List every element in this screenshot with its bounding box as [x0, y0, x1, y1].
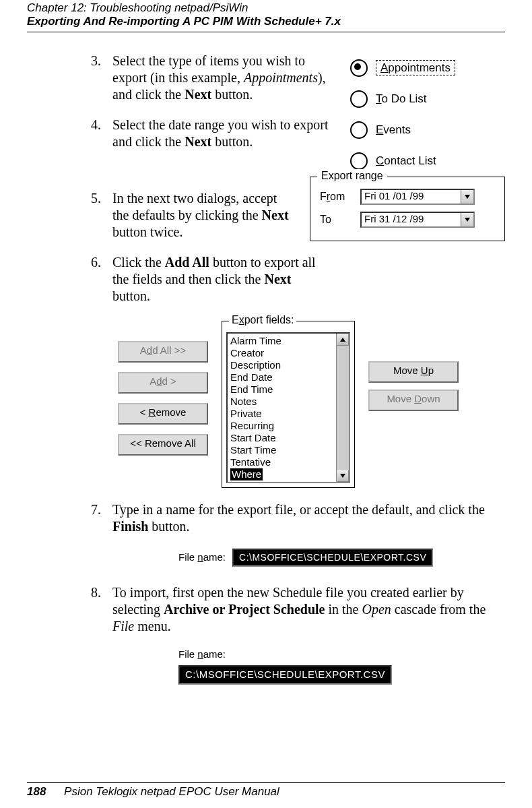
filename-label: File name:	[178, 648, 505, 661]
export-type-radiolist: Appointments To Do List Events Contact L…	[350, 53, 505, 177]
list-item[interactable]: Notes	[230, 396, 349, 408]
right-button-column: Move Up Move Down	[368, 321, 459, 488]
page-number: 188	[27, 785, 46, 798]
radio-dot-icon	[350, 90, 368, 108]
step-number: 4.	[91, 117, 112, 150]
list-item[interactable]: Start Time	[230, 444, 349, 456]
filename-input[interactable]: C:\MSOFFICE\SCHEDULE\EXPORT.CSV	[232, 549, 433, 567]
radio-events[interactable]: Events	[350, 115, 505, 146]
radio-label: Appointments	[376, 60, 455, 75]
radio-dot-icon	[350, 152, 368, 170]
step-number: 5.	[91, 190, 112, 241]
running-head: Chapter 12: Troubleshooting netpad/PsiWi…	[27, 0, 505, 32]
step-3: 3. Select the type of items you wish to …	[91, 53, 342, 103]
to-label: To	[320, 213, 356, 226]
scroll-down-icon[interactable]	[337, 470, 349, 482]
export-range-fieldset: Export range From Fri 01 /01 /99 To Fri …	[310, 177, 505, 241]
footer-text: Psion Teklogix netpad EPOC User Manual	[64, 785, 279, 798]
radio-label: To Do List	[376, 92, 427, 106]
step-7: 7. Type in a name for the export file, o…	[91, 501, 505, 535]
left-button-column: Add All >> Add > < Remove << Remove All	[118, 321, 208, 488]
scroll-up-icon[interactable]	[337, 334, 349, 346]
step-text: Select the type of items you wish to exp…	[112, 53, 342, 103]
remove-all-button[interactable]: << Remove All	[118, 434, 208, 456]
step-text: Type in a name for the export file, or a…	[112, 501, 505, 535]
step-4: 4. Select the date range you wish to exp…	[91, 117, 342, 150]
radio-label: Events	[376, 123, 411, 137]
list-item[interactable]: End Time	[230, 383, 349, 396]
step-text: To import, first open the new Schedule f…	[112, 584, 505, 635]
from-date-input[interactable]: Fri 01 /01 /99	[360, 189, 475, 205]
list-item[interactable]: Creator	[230, 347, 349, 359]
dropdown-arrow-icon[interactable]	[461, 190, 473, 204]
list-item[interactable]: Private	[230, 408, 349, 420]
export-range-to-row: To Fri 31 /12 /99	[320, 208, 495, 231]
listbox-items: Alarm Time Creator Description End Date …	[228, 334, 349, 480]
export-fields-figure: Add All >> Add > < Remove << Remove All …	[118, 321, 505, 488]
move-up-button[interactable]: Move Up	[368, 361, 459, 383]
step-number: 3.	[91, 53, 112, 103]
radio-todo[interactable]: To Do List	[350, 84, 505, 115]
export-range-legend: Export range	[317, 169, 387, 183]
export-fields-fieldset: Export fields: Alarm Time Creator Descri…	[222, 321, 355, 488]
step-6: 6. Click the Add All button to export al…	[91, 254, 505, 305]
list-item[interactable]: Tentative	[230, 456, 349, 468]
list-item[interactable]: Start Date	[230, 432, 349, 444]
step-5: 5. In the next two dialogs, accept the d…	[91, 190, 296, 241]
step-8: 8. To import, first open the new Schedul…	[91, 584, 505, 635]
running-head-line2: Exporting And Re-importing A PC PIM With…	[27, 15, 505, 28]
page-footer: 188 Psion Teklogix netpad EPOC User Manu…	[27, 782, 505, 799]
list-item[interactable]: Where	[230, 468, 349, 480]
export-fields-listbox[interactable]: Alarm Time Creator Description End Date …	[226, 332, 350, 483]
step-number: 8.	[91, 584, 112, 635]
export-range-from-row: From Fri 01 /01 /99	[320, 185, 495, 208]
to-date-input[interactable]: Fri 31 /12 /99	[360, 212, 475, 228]
add-all-button[interactable]: Add All >>	[118, 341, 208, 363]
filename-input[interactable]: C:\MSOFFICE\SCHEDULE\EXPORT.CSV	[178, 665, 392, 685]
remove-button[interactable]: < Remove	[118, 403, 208, 425]
filename-label: File name:	[178, 551, 226, 564]
add-button[interactable]: Add >	[118, 372, 208, 394]
filename-figure-2: File name: C:\MSOFFICE\SCHEDULE\EXPORT.C…	[178, 648, 505, 685]
scrollbar[interactable]	[336, 334, 349, 482]
list-item[interactable]: Alarm Time	[230, 335, 349, 347]
from-label: From	[320, 190, 356, 204]
list-item[interactable]: Recurring	[230, 420, 349, 432]
radio-label: Contact List	[376, 154, 436, 168]
radio-dot-icon	[350, 59, 368, 77]
list-item[interactable]: Description	[230, 359, 349, 371]
dropdown-arrow-icon[interactable]	[461, 213, 473, 226]
step-text: Click the Add All button to export all t…	[112, 254, 321, 305]
list-item[interactable]: End Date	[230, 371, 349, 383]
filename-figure-1: File name: C:\MSOFFICE\SCHEDULE\EXPORT.C…	[178, 549, 505, 567]
running-head-line1: Chapter 12: Troubleshooting netpad/PsiWi…	[27, 1, 505, 15]
move-down-button[interactable]: Move Down	[368, 390, 459, 411]
radio-dot-icon	[350, 121, 368, 139]
export-fields-legend: Export fields:	[229, 313, 296, 327]
step-number: 7.	[91, 501, 112, 535]
radio-appointments[interactable]: Appointments	[350, 53, 505, 84]
step-text: Select the date range you wish to export…	[112, 117, 342, 150]
step-number: 6.	[91, 254, 112, 305]
step-text: In the next two dialogs, accept the defa…	[112, 190, 296, 241]
